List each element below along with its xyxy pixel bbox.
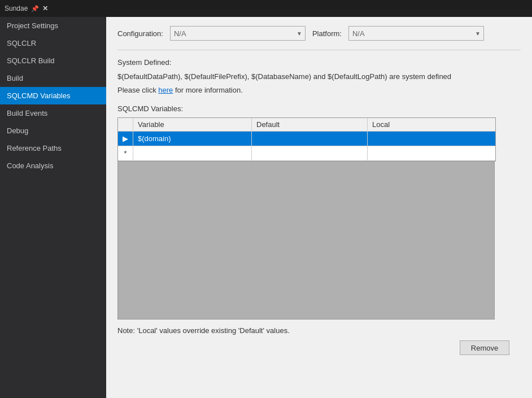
bottom-bar: Remove	[117, 335, 521, 361]
sqlcmd-variables-title: SQLCMD Variables:	[117, 104, 521, 113]
sidebar-item-sqlcmd-variables[interactable]: SQLCMD Variables	[0, 87, 106, 104]
configuration-select[interactable]: N/A	[170, 26, 306, 41]
sidebar-item-debug[interactable]: Debug	[0, 122, 106, 139]
title-bar: Sundae 📌 ✕	[0, 0, 532, 17]
col-header-indicator	[118, 118, 133, 132]
variables-table: Variable Default Local ▶ $(domain)	[118, 118, 495, 161]
platform-select-wrapper: N/A ▼	[348, 26, 484, 41]
sidebar-item-reference-paths[interactable]: Reference Paths	[0, 139, 106, 157]
remove-button[interactable]: Remove	[460, 340, 509, 355]
cell-variable-new[interactable]	[133, 146, 252, 161]
empty-data-area	[117, 161, 495, 320]
config-row: Configuration: N/A ▼ Platform: N/A ▼	[117, 26, 521, 41]
pin-icon[interactable]: 📌	[31, 5, 39, 12]
main-content: Project Settings SQLCLR SQLCLR Build Bui…	[0, 17, 532, 398]
table-row-new[interactable]: *	[118, 146, 495, 161]
col-header-local: Local	[368, 118, 496, 132]
row-indicator-selected: ▶	[118, 132, 133, 146]
table-row[interactable]: ▶ $(domain)	[118, 132, 495, 146]
close-icon[interactable]: ✕	[42, 5, 48, 12]
system-defined-text: $(DefaultDataPath), $(DefaultFilePrefix)…	[117, 71, 521, 82]
config-divider	[117, 50, 521, 50]
sidebar-item-project-settings[interactable]: Project Settings	[0, 17, 106, 34]
here-link[interactable]: here	[158, 86, 173, 94]
system-defined-title: System Defined:	[117, 58, 521, 67]
window: Sundae 📌 ✕ Project Settings SQLCLR SQLCL…	[0, 0, 532, 398]
content-area: Configuration: N/A ▼ Platform: N/A ▼ Sy	[106, 17, 532, 398]
variables-table-container: Variable Default Local ▶ $(domain)	[117, 117, 496, 161]
cell-local-1[interactable]	[368, 132, 496, 146]
sidebar-item-build-events[interactable]: Build Events	[0, 104, 106, 122]
cell-default-1[interactable]	[252, 132, 368, 146]
window-title: Sundae	[5, 5, 28, 12]
cell-default-new[interactable]	[252, 146, 368, 161]
sidebar-item-sqlclr-build[interactable]: SQLCLR Build	[0, 52, 106, 69]
please-click-text: Please click here for more information.	[117, 85, 521, 96]
col-header-default: Default	[252, 118, 368, 132]
sidebar-item-sqlclr[interactable]: SQLCLR	[0, 34, 106, 52]
row-indicator-new: *	[118, 146, 133, 161]
note-text: Note: 'Local' values override existing '…	[117, 326, 521, 335]
col-header-variable: Variable	[133, 118, 252, 132]
configuration-label: Configuration:	[117, 29, 163, 38]
table-header-row: Variable Default Local	[118, 118, 495, 132]
platform-label: Platform:	[312, 29, 342, 38]
cell-local-new[interactable]	[368, 146, 496, 161]
platform-select[interactable]: N/A	[348, 26, 484, 41]
sidebar: Project Settings SQLCLR SQLCLR Build Bui…	[0, 17, 106, 398]
sidebar-item-code-analysis[interactable]: Code Analysis	[0, 157, 106, 174]
cell-variable-1[interactable]: $(domain)	[133, 132, 252, 146]
configuration-select-wrapper: N/A ▼	[170, 26, 306, 41]
sidebar-item-build[interactable]: Build	[0, 69, 106, 87]
